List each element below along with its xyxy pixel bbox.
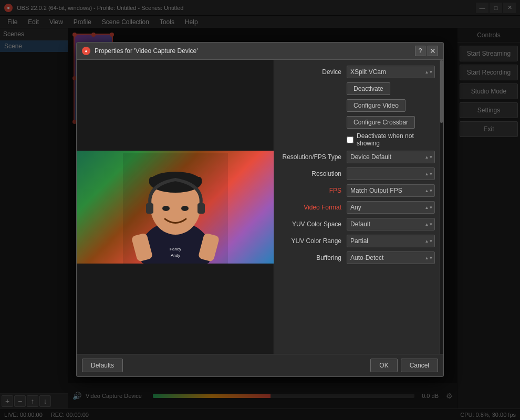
- resolution-fps-type-control: Device Default: [347, 151, 435, 163]
- resolution-fps-type-wrapper: Device Default: [347, 151, 435, 163]
- buffering-select[interactable]: Auto-Detect: [347, 251, 435, 264]
- svg-text:Andy: Andy: [170, 253, 180, 258]
- buffering-wrapper: Auto-Detect: [347, 251, 435, 264]
- yuv-color-range-label: YUV Color Range: [278, 237, 347, 245]
- settings-scroll: Device XSplit VCam: [274, 60, 439, 273]
- svg-point-10: [162, 206, 170, 211]
- configure-video-button[interactable]: Configure Video: [347, 99, 405, 112]
- resolution-row: Resolution: [278, 167, 435, 181]
- device-row: Device XSplit VCam: [278, 65, 435, 79]
- dialog-settings: Device XSplit VCam: [274, 60, 439, 354]
- video-format-wrapper: Any: [347, 201, 435, 214]
- fps-select[interactable]: Match Output FPS: [347, 184, 435, 197]
- deactivate-button[interactable]: Deactivate: [347, 82, 390, 95]
- svg-text:Fancy: Fancy: [170, 247, 181, 251]
- dialog-scrollbar-thumb[interactable]: [440, 60, 443, 123]
- device-control: XSplit VCam: [347, 66, 435, 78]
- yuv-color-space-wrapper: Default: [347, 218, 435, 230]
- dialog: ● Properties for 'Video Capture Device' …: [76, 42, 444, 377]
- resolution-fps-type-label: Resolution/FPS Type: [278, 153, 347, 161]
- cancel-button[interactable]: Cancel: [401, 359, 438, 372]
- yuv-color-range-wrapper: Partial: [347, 235, 435, 247]
- svg-rect-8: [146, 203, 153, 214]
- deactivate-when-label: Deactivate when not showing: [357, 132, 435, 147]
- svg-point-11: [181, 206, 189, 211]
- deactivate-control: Deactivate: [347, 82, 435, 95]
- deactivate-when-row: Deactivate when not showing: [278, 132, 435, 147]
- device-select-wrapper: XSplit VCam: [347, 66, 435, 78]
- fps-row: FPS Match Output FPS: [278, 184, 435, 197]
- defaults-button[interactable]: Defaults: [82, 359, 123, 372]
- yuv-color-range-row: YUV Color Range Partial: [278, 234, 435, 248]
- resolution-control: [347, 167, 435, 180]
- dialog-app-icon: ●: [82, 47, 90, 55]
- modal-overlay: ● Properties for 'Video Capture Device' …: [0, 0, 520, 420]
- dialog-help-button[interactable]: ?: [415, 46, 425, 56]
- configure-video-control: Configure Video: [347, 99, 435, 112]
- fps-wrapper: Match Output FPS: [347, 184, 435, 197]
- dialog-scrollbar: [439, 60, 443, 354]
- video-format-label: Video Format: [278, 204, 347, 211]
- dialog-preview: Fancy Andy: [77, 60, 274, 354]
- fps-control: Match Output FPS: [347, 184, 435, 197]
- dialog-close-button[interactable]: ✕: [428, 46, 438, 56]
- yuv-color-space-select[interactable]: Default: [347, 218, 435, 230]
- svg-rect-9: [197, 203, 205, 214]
- deactivate-when-control: Deactivate when not showing: [347, 132, 435, 147]
- configure-video-row: Configure Video: [278, 99, 435, 112]
- buffering-label: Buffering: [278, 254, 347, 261]
- dialog-title: Properties for 'Video Capture Device': [95, 47, 415, 55]
- configure-crossbar-row: Configure Crossbar: [278, 116, 435, 129]
- video-format-control: Any: [347, 201, 435, 214]
- configure-crossbar-control: Configure Crossbar: [347, 116, 435, 129]
- resolution-fps-type-row: Resolution/FPS Type Device Default: [278, 150, 435, 164]
- yuv-color-range-control: Partial: [347, 235, 435, 247]
- resolution-wrapper: [347, 167, 435, 180]
- dialog-content: Fancy Andy: [77, 60, 443, 354]
- buffering-control: Auto-Detect: [347, 251, 435, 264]
- webcam-person-svg: Fancy Andy: [123, 153, 228, 264]
- resolution-select[interactable]: [347, 167, 435, 180]
- ok-button[interactable]: OK: [370, 359, 397, 372]
- dialog-footer: Defaults OK Cancel: [77, 354, 443, 376]
- yuv-color-range-select[interactable]: Partial: [347, 235, 435, 247]
- buffering-row: Buffering Auto-Detect: [278, 251, 435, 265]
- device-label: Device: [278, 68, 347, 76]
- resolution-fps-type-select[interactable]: Device Default: [347, 151, 435, 163]
- deactivate-when-checkbox[interactable]: [347, 136, 353, 143]
- configure-crossbar-button[interactable]: Configure Crossbar: [347, 116, 415, 129]
- resolution-label: Resolution: [278, 170, 347, 177]
- webcam-preview: Fancy Andy: [77, 151, 274, 264]
- device-select[interactable]: XSplit VCam: [347, 66, 435, 78]
- yuv-color-space-label: YUV Color Space: [278, 220, 347, 228]
- yuv-color-space-control: Default: [347, 218, 435, 230]
- deactivate-row: Deactivate: [278, 82, 435, 96]
- dialog-footer-right: OK Cancel: [370, 359, 438, 372]
- video-format-select[interactable]: Any: [347, 201, 435, 214]
- fps-label: FPS: [278, 187, 347, 194]
- yuv-color-space-row: YUV Color Space Default: [278, 217, 435, 231]
- dialog-titlebar: ● Properties for 'Video Capture Device' …: [77, 43, 443, 60]
- video-format-row: Video Format Any: [278, 201, 435, 214]
